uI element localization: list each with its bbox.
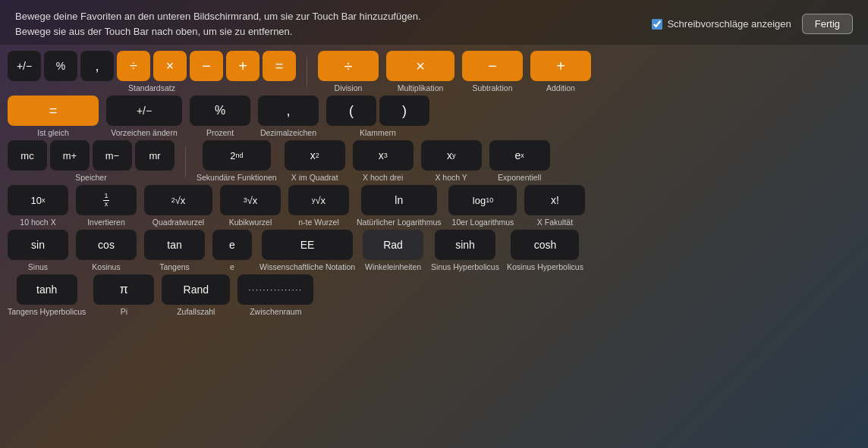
instruction-text: Bewege deine Favoriten an den unteren Bi… — [15, 9, 421, 39]
percent-label: Prozent — [206, 128, 234, 137]
btn-rand[interactable]: Rand — [162, 274, 230, 305]
top-bar: Bewege deine Favoriten an den unteren Bi… — [0, 0, 868, 45]
btn-ee[interactable]: EE — [262, 230, 353, 260]
decimal-item: , Dezimalzeichen — [258, 96, 319, 137]
equals-label: Ist gleich — [37, 128, 68, 137]
subtraction-item: − Subtraktion — [462, 51, 523, 92]
btn-tanh[interactable]: tanh — [17, 274, 77, 305]
subtraction-label: Subtraktion — [472, 83, 512, 92]
btn-subtraction[interactable]: − — [462, 51, 523, 81]
standard-set-group: +/− % , ÷ × − + = Standardsatz — [8, 51, 296, 92]
btn-toggle-sign[interactable]: +/− — [8, 51, 41, 81]
row1-divider — [307, 57, 307, 87]
btn-ln[interactable]: ln — [361, 185, 437, 215]
btn-multiply-std[interactable]: × — [153, 51, 187, 81]
toggle-sign-label: Vorzeichen ändern — [111, 128, 178, 137]
btn-factorial[interactable]: x! — [524, 185, 585, 215]
e-label: e — [230, 262, 234, 271]
btn-percent[interactable]: % — [44, 51, 77, 81]
btn-exponential[interactable]: ex — [489, 140, 550, 171]
ee-label: Wissenschaftliche Notation — [259, 262, 355, 271]
sqrt2-label: Quadratwurzel — [153, 218, 204, 227]
btn-invert[interactable]: 1 x — [76, 185, 137, 215]
btn-sinh[interactable]: sinh — [435, 230, 495, 260]
tanh-item: tanh Tangens Hyperbolicus — [8, 274, 86, 316]
decimal-label: Dezimalzeichen — [260, 128, 316, 137]
ln-label: Natürlicher Logarithmus — [357, 218, 441, 227]
btn-sqrt2[interactable]: 2√x — [144, 185, 212, 215]
invert-item: 1 x Invertieren — [76, 185, 137, 227]
btn-10-power-x[interactable]: 10x — [8, 185, 68, 215]
nth-root-item: y√x n-te Wurzel — [288, 185, 349, 227]
btn-2nd[interactable]: 2nd — [203, 140, 271, 171]
addition-label: Addition — [546, 83, 575, 92]
btn-equals[interactable]: = — [8, 96, 99, 126]
btn-x-power-y[interactable]: xy — [421, 140, 482, 171]
factorial-label: X Fakultät — [537, 218, 573, 227]
tan-item: tan Tangens — [144, 230, 205, 271]
log10-label: 10er Logarithmus — [452, 218, 514, 227]
btn-division[interactable]: ÷ — [318, 51, 379, 81]
btn-sin[interactable]: sin — [8, 230, 68, 260]
ln-item: ln Natürlicher Logarithmus — [357, 185, 441, 227]
btn-addition[interactable]: + — [530, 51, 591, 81]
spelling-suggestions-checkbox[interactable] — [652, 19, 662, 30]
btn-mc[interactable]: mc — [8, 140, 47, 171]
nth-root-label: n-te Wurzel — [298, 218, 339, 227]
btn-x-squared[interactable]: x2 — [285, 140, 345, 171]
btn-cos[interactable]: cos — [76, 230, 137, 260]
btn-subtract-std[interactable]: − — [190, 51, 223, 81]
cos-item: cos Kosinus — [76, 230, 137, 271]
multiplication-item: × Multiplikation — [386, 51, 454, 92]
btn-multiplication[interactable]: × — [386, 51, 454, 81]
done-button[interactable]: Fertig — [802, 14, 853, 34]
equals-item: = Ist gleich — [8, 96, 99, 137]
btn-decimal-2[interactable]: , — [258, 96, 319, 126]
spelling-suggestions-text: Schreibvorschläge anzeigen — [667, 18, 791, 30]
cosh-label: Kosinus Hyperbolicus — [507, 262, 583, 271]
btn-equals-std[interactable]: = — [263, 51, 296, 81]
btn-percent-2[interactable]: % — [190, 96, 250, 126]
btn-cosh[interactable]: cosh — [511, 230, 579, 260]
rad-item: Rad Winkeleinheiten — [363, 230, 423, 271]
instruction-line2: Bewege sie aus der Touch Bar nach oben, … — [15, 24, 421, 39]
x-squared-item: x2 X im Quadrat — [285, 140, 345, 182]
sinh-label: Sinus Hyperbolicus — [431, 262, 499, 271]
parentheses-item: ( ) Klammern — [326, 96, 429, 137]
10-power-x-item: 10x 10 hoch X — [8, 185, 68, 227]
btn-e[interactable]: e — [212, 230, 252, 260]
cbrt-item: 3√x Kubikwurzel — [220, 185, 281, 227]
btn-space[interactable]: ··············· — [237, 274, 313, 305]
memory-group: mc m+ m− mr Speicher — [8, 140, 175, 182]
x-squared-label: X im Quadrat — [291, 173, 338, 182]
btn-divide-std[interactable]: ÷ — [117, 51, 150, 81]
exponential-label: Exponentiell — [498, 173, 541, 182]
btn-rad[interactable]: Rad — [363, 230, 423, 260]
spelling-suggestions-label[interactable]: Schreibvorschläge anzeigen — [652, 18, 791, 30]
btn-close-paren[interactable]: ) — [379, 96, 429, 126]
btn-open-paren[interactable]: ( — [326, 96, 376, 126]
standard-set-buttons: +/− % , ÷ × − + = — [8, 51, 296, 81]
btn-mplus[interactable]: m+ — [50, 140, 90, 171]
btn-decimal[interactable]: , — [80, 51, 114, 81]
exponential-item: ex Exponentiell — [489, 140, 550, 182]
btn-nth-root[interactable]: y√x — [288, 185, 349, 215]
division-item: ÷ Division — [318, 51, 379, 92]
btn-pi[interactable]: π — [93, 274, 154, 305]
fraction-display: 1 x — [103, 193, 108, 208]
btn-log10[interactable]: log10 — [448, 185, 517, 215]
sqrt2-item: 2√x Quadratwurzel — [144, 185, 212, 227]
addition-item: + Addition — [530, 51, 591, 92]
btn-cbrt[interactable]: 3√x — [220, 185, 281, 215]
btn-x-cubed[interactable]: x3 — [353, 140, 414, 171]
btn-mr[interactable]: mr — [135, 140, 175, 171]
btn-toggle-sign-2[interactable]: +/− — [106, 96, 182, 126]
btn-mminus[interactable]: m− — [93, 140, 132, 171]
tanh-label: Tangens Hyperbolicus — [8, 307, 86, 316]
e-item: e e — [212, 230, 252, 271]
toggle-sign-item: +/− Vorzeichen ändern — [106, 96, 182, 137]
btn-tan[interactable]: tan — [144, 230, 205, 260]
division-label: Division — [335, 83, 363, 92]
btn-add-std[interactable]: + — [226, 51, 259, 81]
x-cubed-item: x3 X hoch drei — [353, 140, 414, 182]
